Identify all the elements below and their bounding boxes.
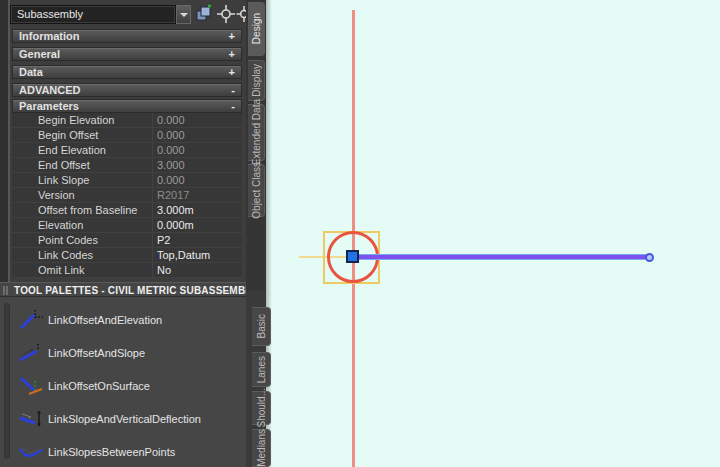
- param-value[interactable]: No: [152, 263, 242, 277]
- palette-item-link-offset-and-slope[interactable]: LinkOffsetAndSlope: [18, 336, 258, 369]
- palette-item-label: LinkOffsetAndSlope: [48, 347, 145, 359]
- property-sections: Information + General + Data + ADVANCED …: [12, 29, 242, 115]
- param-row-begin-elevation[interactable]: Begin Elevation 0.000: [12, 113, 242, 128]
- app-window: Subassembly Information + General: [0, 0, 720, 467]
- param-value[interactable]: P2: [152, 233, 242, 247]
- collapse-icon[interactable]: -: [231, 100, 235, 112]
- palette-item-label: LinkOffsetAndElevation: [48, 314, 162, 326]
- param-value[interactable]: 0.000: [152, 113, 242, 127]
- tab-label: Lanes: [256, 356, 267, 383]
- palette-item-link-slope-and-vertical-deflection[interactable]: LinkSlopeAndVerticalDeflection: [18, 402, 258, 435]
- param-label: Link Slope: [12, 173, 152, 187]
- section-label: General: [19, 48, 60, 60]
- param-label: End Offset: [12, 158, 152, 172]
- expand-icon[interactable]: +: [229, 30, 235, 42]
- param-value[interactable]: 3.000m: [152, 203, 242, 217]
- param-label: Version: [12, 188, 152, 202]
- object-type-selector[interactable]: Subassembly: [10, 5, 176, 24]
- tab-basic[interactable]: Basic: [252, 307, 271, 346]
- param-value[interactable]: Top,Datum: [152, 248, 242, 262]
- parameters-table: Begin Elevation 0.000 Begin Offset 0.000…: [12, 113, 242, 278]
- palette-item-link-offset-on-surface[interactable]: LinkOffsetOnSurface: [18, 369, 258, 402]
- param-row-elevation[interactable]: Elevation 0.000m: [12, 218, 242, 233]
- tab-design[interactable]: Design: [248, 2, 265, 56]
- tab-display[interactable]: Display: [248, 60, 265, 101]
- param-row-offset-from-baseline[interactable]: Offset from Baseline 3.000m: [12, 203, 242, 218]
- param-value[interactable]: 0.000: [152, 143, 242, 157]
- tab-label: Object Class: [251, 162, 262, 219]
- section-advanced[interactable]: ADVANCED -: [12, 83, 242, 97]
- param-label: Omit Link: [12, 263, 152, 277]
- link-offset-on-surface-icon: [18, 375, 44, 397]
- select-objects-button[interactable]: [216, 4, 236, 24]
- param-label: Elevation: [12, 218, 152, 232]
- palette-scrollbar[interactable]: [4, 303, 10, 459]
- chevron-down-icon: [180, 13, 188, 17]
- toggle-pickadd-button[interactable]: [194, 4, 214, 24]
- drawing-canvas[interactable]: [266, 0, 720, 467]
- tab-extended-data[interactable]: Extended Data: [248, 104, 265, 161]
- section-label: Data: [19, 66, 43, 78]
- tool-palettes-titlebar[interactable]: TOOL PALETTES - CIVIL METRIC SUBASSEMBLI…: [0, 282, 266, 297]
- param-value[interactable]: 0.000m: [152, 218, 242, 232]
- param-value[interactable]: 3.000: [152, 158, 242, 172]
- tab-shoulders[interactable]: Should...: [252, 391, 271, 425]
- param-value[interactable]: 0.000: [152, 128, 242, 142]
- origin-grip[interactable]: [346, 250, 359, 263]
- section-label: Information: [19, 30, 80, 42]
- tab-medians[interactable]: Medians: [252, 429, 271, 467]
- section-label: Parameters: [19, 100, 79, 112]
- param-row-point-codes[interactable]: Point Codes P2: [12, 233, 242, 248]
- param-label: Offset from Baseline: [12, 203, 152, 217]
- section-general[interactable]: General +: [12, 47, 242, 61]
- link-offset-and-elevation-icon: [18, 309, 44, 331]
- tab-label: Should...: [256, 388, 267, 427]
- param-label: Begin Elevation: [12, 113, 152, 127]
- tab-label: Extended Data: [251, 99, 262, 165]
- param-row-omit-link[interactable]: Omit Link No: [12, 263, 242, 278]
- palette-item-list: LinkOffsetAndElevation LinkOffsetAndSlop…: [18, 303, 258, 467]
- link-offset-and-slope-icon: [18, 342, 44, 364]
- tool-palettes-title: TOOL PALETTES - CIVIL METRIC SUBASSEMBLI…: [14, 285, 268, 296]
- select-objects-icon: [216, 4, 236, 24]
- tab-label: Design: [251, 13, 262, 44]
- tab-label: Display: [251, 64, 262, 97]
- expand-icon[interactable]: +: [229, 66, 235, 78]
- palette-item-label: LinkSlopesBetweenPoints: [48, 446, 175, 458]
- palette-item-link-slopes-between-points[interactable]: LinkSlopesBetweenPoints: [18, 435, 258, 467]
- param-label: Link Codes: [12, 248, 152, 262]
- section-label: ADVANCED: [19, 84, 81, 96]
- collapse-icon[interactable]: -: [231, 84, 235, 96]
- palette-item-link-offset-and-elevation[interactable]: LinkOffsetAndElevation: [18, 303, 258, 336]
- tool-palettes-body: LinkOffsetAndElevation LinkOffsetAndSlop…: [0, 297, 266, 467]
- param-row-end-elevation[interactable]: End Elevation 0.000: [12, 143, 242, 158]
- param-label: Begin Offset: [12, 128, 152, 142]
- link-slope-and-vertical-deflection-icon: [18, 408, 44, 430]
- section-data[interactable]: Data +: [12, 65, 242, 79]
- param-label: Point Codes: [12, 233, 152, 247]
- param-value[interactable]: 0.000: [152, 173, 242, 187]
- section-parameters[interactable]: Parameters -: [12, 99, 242, 113]
- section-information[interactable]: Information +: [12, 29, 242, 43]
- param-value: R2017: [152, 188, 242, 202]
- grip-handle-icon[interactable]: [3, 286, 8, 295]
- subassembly-link-line[interactable]: [353, 254, 650, 260]
- object-type-selector-arrow[interactable]: [176, 5, 191, 24]
- tab-label: Medians: [256, 429, 267, 467]
- param-row-link-slope[interactable]: Link Slope 0.000: [12, 173, 242, 188]
- toggle-pickadd-icon: [194, 4, 214, 24]
- palette-item-label: LinkOffsetOnSurface: [48, 380, 150, 392]
- param-label: End Elevation: [12, 143, 152, 157]
- palette-item-label: LinkSlopeAndVerticalDeflection: [48, 413, 201, 425]
- link-slopes-between-points-icon: [18, 441, 44, 463]
- tab-object-class[interactable]: Object Class: [248, 164, 265, 217]
- link-end-marker: [645, 253, 654, 262]
- param-row-end-offset[interactable]: End Offset 3.000: [12, 158, 242, 173]
- expand-icon[interactable]: +: [229, 48, 235, 60]
- param-row-link-codes[interactable]: Link Codes Top,Datum: [12, 248, 242, 263]
- param-row-version[interactable]: Version R2017: [12, 188, 242, 203]
- tab-lanes[interactable]: Lanes: [252, 352, 271, 387]
- tab-label: Basic: [256, 314, 267, 338]
- param-row-begin-offset[interactable]: Begin Offset 0.000: [12, 128, 242, 143]
